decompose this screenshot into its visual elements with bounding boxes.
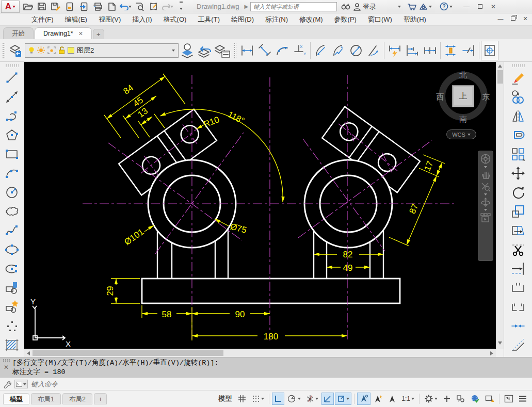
break-tool-icon[interactable]: [508, 278, 528, 297]
layout-tab-model[interactable]: 模型: [3, 393, 29, 404]
layer-color-swatch[interactable]: [68, 47, 74, 54]
annotation-autoscale-icon[interactable]: [372, 393, 385, 405]
break-at-point-tool-icon[interactable]: [508, 297, 528, 316]
insert-block-tool-icon[interactable]: [2, 278, 22, 297]
ellipse-arc-tool-icon[interactable]: [2, 259, 22, 278]
tab-start[interactable]: 开始: [3, 27, 34, 39]
dim-continue-icon[interactable]: [421, 41, 439, 60]
doc-close-button[interactable]: ✕: [521, 14, 530, 23]
dim-angular-icon[interactable]: [365, 41, 382, 60]
undo-icon[interactable]: [119, 1, 132, 12]
search-icon[interactable]: [340, 1, 351, 12]
dim-baseline-icon[interactable]: [404, 41, 421, 60]
window-minimize-button[interactable]: —: [460, 2, 473, 12]
mirror-tool-icon[interactable]: [508, 106, 528, 125]
spline-tool-icon[interactable]: [2, 221, 22, 240]
menu-view[interactable]: 视图(V): [93, 13, 126, 26]
command-input[interactable]: [31, 380, 186, 388]
hatch-tool-icon[interactable]: [2, 335, 22, 354]
user-icon[interactable]: [351, 1, 363, 12]
command-window-grip[interactable]: [3, 359, 10, 362]
layout-tab-layout2[interactable]: 布局2: [62, 393, 92, 404]
toolbar-grip[interactable]: [2, 42, 5, 59]
viewcube[interactable]: 北 西 东 南 上: [439, 72, 488, 121]
customization-menu-icon[interactable]: [517, 393, 529, 405]
navbar-chevron-icon[interactable]: [484, 209, 487, 211]
menu-help[interactable]: 帮助(H): [398, 13, 432, 26]
ortho-toggle-icon[interactable]: [272, 393, 284, 405]
scroll-down-icon[interactable]: [498, 341, 502, 345]
toolbar-grip[interactable]: [233, 42, 236, 59]
open-icon[interactable]: [22, 1, 34, 12]
horizontal-scroll-thumb[interactable]: [33, 350, 223, 356]
offset-tool-icon[interactable]: [508, 125, 528, 144]
layer-unlock-icon[interactable]: [58, 46, 65, 54]
layer-thaw-sun-icon[interactable]: [37, 46, 45, 54]
save-to-web-icon[interactable]: [77, 1, 90, 12]
viewcube-south-label[interactable]: 南: [459, 115, 467, 124]
dim-radius-icon[interactable]: [312, 41, 330, 60]
object-snap-toggle-icon[interactable]: [335, 393, 351, 405]
erase-tool-icon[interactable]: [508, 68, 528, 87]
vertical-scroll-thumb[interactable]: [497, 70, 503, 84]
toolbar-grip[interactable]: [511, 64, 525, 67]
layer-select-chevron-icon[interactable]: [172, 50, 175, 52]
annotation-visibility-icon[interactable]: [357, 393, 370, 405]
arc-tool-icon[interactable]: [2, 164, 22, 183]
make-layer-current-icon[interactable]: [179, 41, 196, 60]
graphics-performance-icon[interactable]: [469, 393, 482, 405]
dim-aligned-icon[interactable]: [256, 41, 273, 60]
steering-wheel-icon[interactable]: [480, 153, 491, 165]
dim-break-icon[interactable]: [460, 41, 477, 60]
orbit-icon[interactable]: [480, 197, 491, 207]
customization-plus-icon[interactable]: [441, 393, 453, 405]
menu-draw[interactable]: 绘图(D): [225, 13, 260, 26]
navbar-chevron-icon[interactable]: [484, 166, 487, 168]
dim-jogged-icon[interactable]: [330, 41, 347, 60]
object-snap-tracking-toggle-icon[interactable]: [321, 393, 334, 405]
menu-modify[interactable]: 修改(M): [294, 13, 329, 26]
plot-icon[interactable]: [91, 1, 104, 12]
window-close-button[interactable]: ✕: [487, 2, 500, 12]
dim-linear-icon[interactable]: [238, 41, 256, 60]
copy-tool-icon[interactable]: [508, 87, 528, 106]
zoom-icon[interactable]: [480, 182, 491, 192]
center-mark-icon[interactable]: [481, 41, 498, 60]
wcs-menu[interactable]: WCS: [446, 129, 476, 139]
a360-icon[interactable]: [417, 1, 429, 12]
make-block-tool-icon[interactable]: [2, 297, 22, 316]
menu-format[interactable]: 格式(O): [158, 13, 192, 26]
grid-toggle-icon[interactable]: [235, 393, 249, 405]
layer-previous-icon[interactable]: [196, 41, 214, 60]
join-tool-icon[interactable]: [508, 316, 528, 335]
move-tool-icon[interactable]: [508, 164, 528, 183]
annotation-scale-value[interactable]: 1:1: [399, 393, 416, 405]
dim-quick-icon[interactable]: [386, 41, 404, 60]
redo-icon[interactable]: [161, 1, 173, 12]
polar-tracking-toggle-icon[interactable]: [285, 393, 303, 405]
showmotion-icon[interactable]: [480, 213, 491, 223]
viewcube-west-label[interactable]: 西: [436, 92, 444, 102]
a360-chevron-icon[interactable]: [429, 6, 432, 8]
point-tool-icon[interactable]: [2, 316, 22, 335]
viewcube-east-label[interactable]: 东: [482, 92, 490, 102]
layer-on-bulb-icon[interactable]: [28, 46, 35, 54]
scroll-left-icon[interactable]: [27, 351, 30, 355]
workspace-gear-icon[interactable]: [422, 393, 440, 405]
open-from-web-icon[interactable]: [63, 1, 76, 12]
line-tool-icon[interactable]: [2, 68, 22, 87]
window-maximize-button[interactable]: [473, 2, 487, 12]
menu-window[interactable]: 窗口(W): [362, 13, 398, 26]
dim-ordinate-icon[interactable]: XY: [291, 41, 309, 60]
vertical-scrollbar[interactable]: [496, 62, 504, 349]
rotate-tool-icon[interactable]: [508, 183, 528, 202]
layer-viewport-icon[interactable]: [47, 46, 56, 54]
layer-properties-icon[interactable]: [7, 41, 25, 60]
stretch-tool-icon[interactable]: [508, 221, 528, 240]
rectangle-tool-icon[interactable]: [2, 144, 22, 164]
plot-preview-icon[interactable]: [133, 1, 146, 12]
isodraft-toggle-icon[interactable]: [304, 393, 320, 405]
model-space-toggle[interactable]: 模型: [216, 394, 234, 403]
scroll-right-icon[interactable]: [490, 351, 493, 355]
annotation-scale-icon[interactable]: [386, 393, 398, 405]
